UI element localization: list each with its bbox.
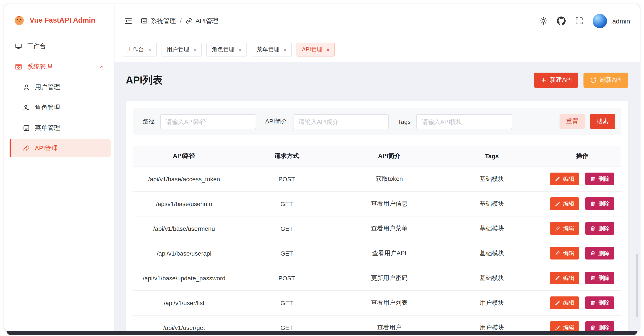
edit-button-label: 编辑	[563, 175, 574, 183]
delete-button-label: 删除	[598, 224, 610, 232]
cell-tags: 基础模块	[441, 216, 543, 241]
tab[interactable]: 菜单管理 ×	[252, 43, 292, 56]
delete-button[interactable]: 删除	[585, 297, 614, 309]
tags-filter-input[interactable]	[416, 114, 512, 129]
refresh-api-button[interactable]: 刷新API	[584, 72, 628, 88]
breadcrumb-separator: /	[180, 17, 182, 24]
edit-button[interactable]: 编辑	[550, 172, 579, 185]
username[interactable]: admin	[612, 17, 630, 24]
edit-button[interactable]: 编辑	[550, 222, 579, 235]
trash-icon	[590, 176, 596, 182]
sidebar-collapse-button[interactable]	[124, 16, 133, 25]
refresh-api-label: 刷新API	[600, 76, 622, 84]
cell-actions: 编辑 删除	[543, 315, 621, 331]
breadcrumb-label: 系统管理	[151, 17, 176, 25]
page-content: API列表 新建API 刷新API	[114, 62, 640, 331]
sidebar-item-user-management[interactable]: 用户管理	[10, 78, 110, 96]
create-api-button[interactable]: 新建API	[534, 72, 578, 88]
cell-summary: 更新用户密码	[338, 266, 440, 290]
tab-close-icon[interactable]: ×	[238, 47, 242, 52]
path-filter-input[interactable]	[160, 114, 256, 129]
tab-label: 用户管理	[166, 46, 189, 53]
cell-method: POST	[235, 266, 338, 290]
sidebar-item-menu-management[interactable]: 菜单管理	[10, 119, 110, 137]
tab[interactable]: API管理 ×	[297, 43, 335, 56]
tab-close-icon[interactable]: ×	[193, 47, 196, 52]
breadcrumb-api-management[interactable]: API管理	[186, 17, 218, 25]
delete-button[interactable]: 删除	[585, 272, 614, 284]
delete-button[interactable]: 删除	[585, 172, 614, 185]
delete-button[interactable]: 删除	[585, 222, 614, 235]
sidebar-item-role-management[interactable]: 角色管理	[10, 98, 110, 117]
breadcrumb-label: API管理	[196, 17, 218, 25]
cell-method: GET	[235, 290, 338, 315]
edit-button-label: 编辑	[563, 324, 574, 331]
sidebar-item-label: 工作台	[27, 42, 105, 50]
cell-actions: 编辑 删除	[543, 216, 621, 241]
trash-icon	[590, 250, 596, 256]
tab-close-icon[interactable]: ×	[284, 47, 287, 52]
tab-label: 角色管理	[212, 46, 234, 53]
delete-button-label: 删除	[598, 299, 610, 307]
breadcrumb-system-management[interactable]: 系统管理	[141, 17, 176, 25]
cell-method: GET	[235, 216, 338, 241]
cell-path: /api/v1/user/list	[133, 290, 235, 315]
github-button[interactable]	[557, 16, 566, 25]
cell-actions: 编辑 删除	[543, 241, 621, 266]
table-row: /api/v1/base/userapi GET 查看用户API 基础模块 编辑…	[133, 241, 621, 266]
theme-toggle-button[interactable]	[539, 16, 548, 25]
cell-summary: 查看用户API	[338, 241, 440, 266]
tab-label: 工作台	[127, 46, 144, 53]
delete-button[interactable]: 删除	[585, 247, 614, 260]
fullscreen-button[interactable]	[575, 16, 584, 25]
scrollbar-thumb[interactable]	[636, 254, 638, 317]
tab[interactable]: 工作台 ×	[122, 43, 156, 56]
pencil-icon	[555, 250, 560, 256]
edit-button[interactable]: 编辑	[550, 197, 579, 210]
reset-button[interactable]: 重置	[560, 114, 585, 129]
tab-close-icon[interactable]: ×	[326, 47, 330, 52]
create-api-label: 新建API	[550, 76, 572, 84]
tab[interactable]: 角色管理 ×	[206, 43, 247, 56]
column-header-tags: Tags	[441, 146, 543, 167]
tab[interactable]: 用户管理 ×	[161, 43, 202, 56]
cell-method: GET	[235, 315, 338, 331]
api-list-card: 路径 API简介 Tags 重置 搜索	[126, 101, 628, 331]
chick-logo-icon	[13, 14, 25, 26]
table-row: /api/v1/base/userinfo GET 查看用户信息 基础模块 编辑…	[133, 191, 621, 216]
edit-button[interactable]: 编辑	[550, 321, 579, 331]
delete-button[interactable]: 删除	[585, 197, 614, 210]
sidebar-item-label: 角色管理	[35, 103, 105, 112]
summary-filter-label: API简介	[265, 118, 287, 125]
delete-button[interactable]: 删除	[585, 321, 614, 331]
cell-path: /api/v1/base/userinfo	[133, 191, 235, 216]
sidebar-item-system-management[interactable]: 系统管理	[10, 57, 110, 76]
sidebar-item-workbench[interactable]: 工作台	[10, 37, 110, 55]
edit-button[interactable]: 编辑	[550, 297, 579, 309]
trash-icon	[590, 275, 596, 281]
cell-actions: 编辑 删除	[543, 191, 621, 216]
page-title: API列表	[126, 73, 163, 87]
table-row: /api/v1/base/update_password POST 更新用户密码…	[133, 266, 621, 290]
tab-close-icon[interactable]: ×	[148, 47, 151, 52]
edit-button-label: 编辑	[563, 200, 574, 207]
pencil-icon	[555, 325, 560, 330]
column-header-summary: API简介	[338, 146, 440, 167]
user-icon	[23, 83, 30, 91]
github-icon	[557, 16, 566, 25]
cell-summary: 查看用户菜单	[338, 216, 440, 241]
path-filter-label: 路径	[142, 118, 154, 125]
cell-summary: 获取token	[338, 167, 440, 191]
user-avatar[interactable]	[592, 14, 607, 28]
pencil-icon	[555, 176, 560, 182]
sidebar-item-label: 菜单管理	[35, 124, 105, 132]
delete-button-label: 删除	[598, 200, 610, 207]
summary-filter-input[interactable]	[293, 114, 388, 129]
cell-path: /api/v1/base/update_password	[133, 266, 235, 290]
sidebar-item-api-management[interactable]: API管理	[10, 139, 110, 157]
cell-tags: 基础模块	[441, 241, 543, 266]
fullscreen-icon	[575, 16, 584, 25]
edit-button[interactable]: 编辑	[550, 247, 579, 260]
edit-button[interactable]: 编辑	[550, 272, 579, 284]
search-button[interactable]: 搜索	[590, 114, 615, 129]
